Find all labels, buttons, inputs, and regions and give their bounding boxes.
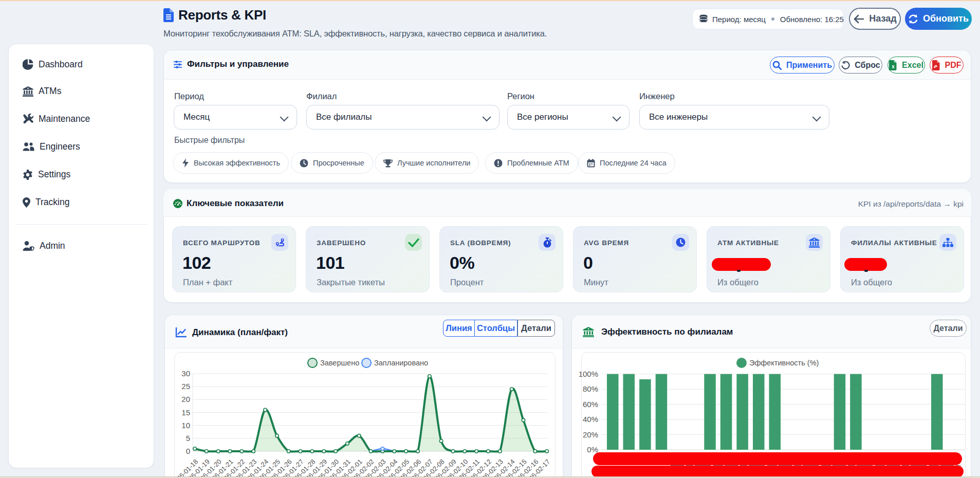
svg-text:80%: 80%: [583, 384, 598, 393]
svg-text:60%: 60%: [583, 400, 598, 409]
svg-text:0%: 0%: [587, 445, 598, 454]
svg-text:20%: 20%: [583, 430, 598, 439]
svg-text:100%: 100%: [579, 370, 598, 378]
svg-text:40%: 40%: [583, 415, 598, 424]
svg-text:Эффективность (%): Эффективность (%): [749, 359, 819, 367]
